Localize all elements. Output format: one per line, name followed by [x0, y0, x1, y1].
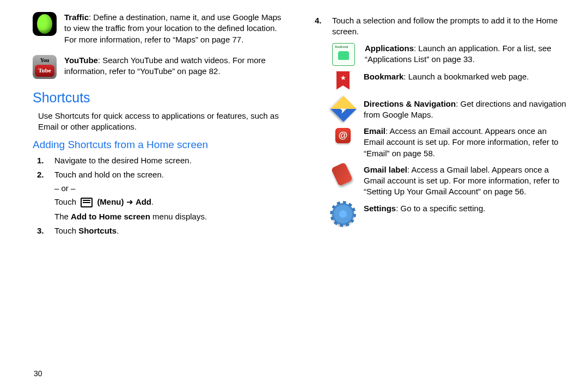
applications-ref-suffix: on page 33. — [429, 54, 474, 64]
bookmark-icon — [332, 71, 354, 93]
feature-youtube-body: YouTube: Search YouTube and watch videos… — [64, 55, 289, 79]
step2b-period: . — [151, 197, 154, 206]
step-2-text: Touch and hold on the screen. — [54, 170, 164, 179]
subsection-adding-shortcuts: Adding Shortcuts from a Home screen — [33, 138, 289, 152]
shortcut-gmail-label: Gmail label: Access a Gmail label. Appea… — [332, 164, 566, 198]
column-right: Touch a selection and follow the prompts… — [310, 12, 566, 360]
shortcut-directions-body: Directions & Navigation: Get directions … — [364, 99, 566, 121]
shortcut-settings-body: Settings: Go to a specific setting. — [364, 203, 566, 225]
applications-ref: “Applications List” — [365, 54, 429, 64]
step2b-menu: (Menu) — [97, 197, 124, 206]
shortcut-settings: Settings: Go to a specific setting. — [332, 203, 566, 225]
step3-b: . — [117, 226, 119, 235]
page-number: 30 — [34, 369, 42, 379]
shortcut-email-body: Email: Access an Email account. Appears … — [364, 126, 566, 159]
two-columns: Traffic: Define a destination, name it, … — [33, 12, 566, 360]
directions-icon — [332, 99, 354, 120]
step-2-alt: Touch (Menu) ➜ Add. — [54, 197, 289, 207]
feature-youtube: You Tube YouTube: Search YouTube and wat… — [33, 55, 289, 79]
directions-title: Directions & Navigation — [364, 99, 456, 108]
step3-bold: Shortcuts — [78, 226, 117, 235]
bookmark-title: Bookmark — [364, 72, 403, 81]
step-4: Touch a selection and follow the prompts… — [328, 15, 566, 38]
step3-a: Touch — [54, 226, 78, 235]
shortcut-gmail-body: Gmail label: Access a Gmail label. Appea… — [364, 164, 566, 198]
settings-icon — [332, 203, 354, 225]
shortcut-applications-body: Applications: Launch an application. For… — [365, 43, 566, 66]
manual-page: Traffic: Define a destination, name it, … — [0, 0, 588, 392]
traffic-ref: “Maps” — [173, 35, 198, 44]
step-3: Touch Shortcuts. — [50, 225, 289, 236]
feature-traffic-body: Traffic: Define a destination, name it, … — [64, 12, 289, 45]
step-2-result: The Add to Home screen menu displays. — [54, 211, 289, 222]
settings-desc: : Go to a specific setting. — [396, 204, 485, 213]
gmail-label-icon — [332, 164, 354, 186]
step2b-add: Add — [136, 197, 151, 206]
gmail-title: Gmail label — [364, 165, 407, 174]
steps-list-right: Touch a selection and follow the prompts… — [310, 15, 566, 38]
step-4-text: Touch a selection and follow the prompts… — [332, 16, 558, 36]
step-2: Touch and hold on the screen. – or – Tou… — [50, 169, 289, 222]
traffic-ref-suffix: on page 77. — [198, 35, 243, 44]
traffic-title: Traffic — [64, 13, 89, 22]
step2b-arrow: ➜ — [124, 197, 136, 206]
applications-icon-label: Android — [335, 45, 352, 49]
menu-icon — [81, 198, 93, 207]
applications-icon: Android — [332, 43, 355, 66]
step2c-bold: Add to Home screen — [71, 212, 150, 221]
shortcut-bookmark: Bookmark: Launch a bookmarked web page. — [332, 71, 566, 93]
email-title: Email — [364, 126, 385, 136]
shortcut-bookmark-body: Bookmark: Launch a bookmarked web page. — [364, 71, 566, 93]
settings-title: Settings — [364, 204, 396, 213]
column-left: Traffic: Define a destination, name it, … — [33, 12, 289, 360]
applications-desc: : Launch an application. For a list, see — [414, 44, 552, 53]
step2c-b: menu displays. — [150, 212, 207, 221]
section-shortcuts-title: Shortcuts — [33, 89, 289, 107]
shortcut-applications: Android Applications: Launch an applicat… — [332, 43, 566, 66]
email-icon — [332, 126, 354, 148]
email-desc: : Access an Email account. Appears once … — [364, 126, 559, 146]
email-ref: “Email” — [364, 149, 390, 158]
gmail-ref: “Setting Up Your Gmail Account” — [364, 187, 481, 196]
step2b-prefix: Touch — [54, 197, 78, 206]
step2c-a: The — [54, 212, 71, 221]
youtube-icon: You Tube — [33, 55, 57, 79]
youtube-title: YouTube — [64, 56, 98, 65]
steps-list: Navigate to the desired Home screen. Tou… — [33, 155, 289, 237]
feature-traffic: Traffic: Define a destination, name it, … — [33, 12, 289, 45]
bookmark-desc: : Launch a bookmarked web page. — [403, 72, 529, 81]
email-ref-suffix: on page 58. — [390, 149, 435, 158]
gmail-ref-suffix: on page 56. — [481, 187, 526, 196]
applications-title: Applications — [365, 44, 414, 53]
step-2-or: – or – — [54, 183, 289, 194]
traffic-icon — [33, 12, 57, 36]
youtube-ref-suffix: on page 82. — [175, 66, 220, 76]
youtube-ref: “YouTube” — [137, 66, 175, 76]
section-shortcuts-desc: Use Shortcuts for quick access to applic… — [38, 111, 289, 133]
shortcut-email: Email: Access an Email account. Appears … — [332, 126, 566, 159]
step-1: Navigate to the desired Home screen. — [50, 155, 289, 166]
step-1-text: Navigate to the desired Home screen. — [54, 156, 192, 165]
shortcut-directions: Directions & Navigation: Get directions … — [332, 99, 566, 121]
